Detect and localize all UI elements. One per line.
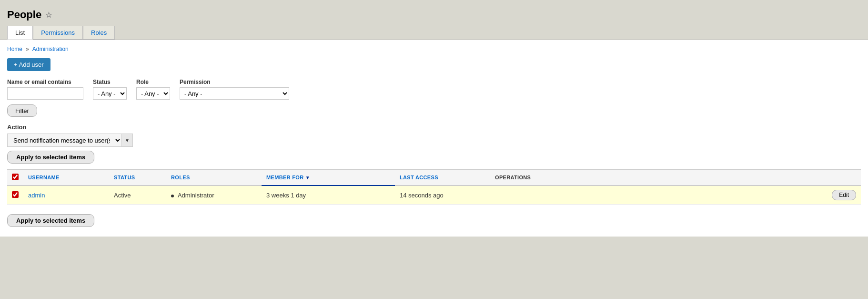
col-header-operations: OPERATIONS: [490, 170, 861, 186]
select-all-checkbox[interactable]: [12, 174, 19, 180]
apply-bottom-button[interactable]: Apply to selected items: [7, 214, 94, 227]
apply-top-button[interactable]: Apply to selected items: [7, 151, 94, 164]
permission-filter-select[interactable]: - Any -: [180, 87, 289, 100]
role-value: Administrator: [178, 192, 214, 199]
favorite-icon[interactable]: ☆: [45, 10, 52, 20]
page-title: People ☆: [7, 5, 861, 24]
breadcrumb-administration[interactable]: Administration: [32, 46, 69, 52]
row-status-cell: Active: [109, 186, 166, 205]
status-filter-label: Status: [93, 79, 127, 85]
table-section: USERNAME STATUS ROLES MEMBER FOR ▼ LAST …: [7, 169, 861, 205]
col-header-roles[interactable]: ROLES: [166, 170, 262, 186]
action-select-wrap: Send notification message to user(s) ▼: [7, 134, 861, 147]
role-filter-select[interactable]: - Any -: [136, 87, 170, 100]
name-filter-field: Name or email contains: [7, 79, 83, 100]
row-member-for-cell: 3 weeks 1 day: [262, 186, 395, 205]
col-header-member-for[interactable]: MEMBER FOR ▼: [262, 170, 395, 186]
username-link[interactable]: admin: [28, 192, 45, 199]
role-filter-label: Role: [136, 79, 170, 85]
row-checkbox[interactable]: [12, 191, 19, 198]
last-access-value: 14 seconds ago: [400, 192, 444, 199]
member-for-value: 3 weeks 1 day: [266, 192, 306, 199]
role-dot-icon: [171, 195, 174, 197]
col-header-status[interactable]: STATUS: [109, 170, 166, 186]
col-header-last-access[interactable]: LAST ACCESS: [395, 170, 490, 186]
status-filter-select[interactable]: - Any -: [93, 87, 127, 100]
filter-section: Name or email contains Status - Any - Ro…: [7, 79, 861, 117]
tab-permissions[interactable]: Permissions: [33, 26, 83, 40]
users-table: USERNAME STATUS ROLES MEMBER FOR ▼ LAST …: [7, 169, 861, 205]
action-section: Action Send notification message to user…: [7, 124, 861, 164]
permission-filter-label: Permission: [180, 79, 289, 85]
add-user-button[interactable]: + Add user: [7, 58, 50, 71]
edit-button[interactable]: Edit: [832, 190, 856, 200]
action-dropdown-icon[interactable]: ▼: [121, 134, 133, 147]
col-header-username[interactable]: USERNAME: [23, 170, 109, 186]
sort-arrow-icon: ▼: [305, 175, 310, 180]
row-operations-cell: Edit: [490, 186, 861, 205]
tab-roles[interactable]: Roles: [83, 26, 115, 40]
status-value: Active: [114, 192, 131, 199]
tab-bar: List Permissions Roles: [7, 26, 861, 40]
col-header-checkbox: [7, 170, 23, 186]
breadcrumb-home[interactable]: Home: [7, 46, 22, 52]
role-filter-field: Role - Any -: [136, 79, 170, 100]
breadcrumb-separator: »: [26, 46, 29, 52]
row-roles-cell: Administrator: [166, 186, 262, 205]
name-filter-input[interactable]: [7, 87, 83, 100]
name-filter-label: Name or email contains: [7, 79, 83, 85]
tab-list[interactable]: List: [7, 26, 33, 40]
status-filter-field: Status - Any -: [93, 79, 127, 100]
action-select[interactable]: Send notification message to user(s): [7, 134, 121, 147]
breadcrumb: Home » Administration: [7, 46, 861, 52]
action-label: Action: [7, 124, 861, 131]
filter-button[interactable]: Filter: [7, 104, 37, 117]
row-last-access-cell: 14 seconds ago: [395, 186, 490, 205]
table-row: admin Active Administrator 3 weeks 1 day…: [7, 186, 861, 205]
row-username-cell: admin: [23, 186, 109, 205]
permission-filter-field: Permission - Any -: [180, 79, 289, 100]
row-checkbox-cell: [7, 186, 23, 205]
title-text: People: [7, 9, 41, 21]
